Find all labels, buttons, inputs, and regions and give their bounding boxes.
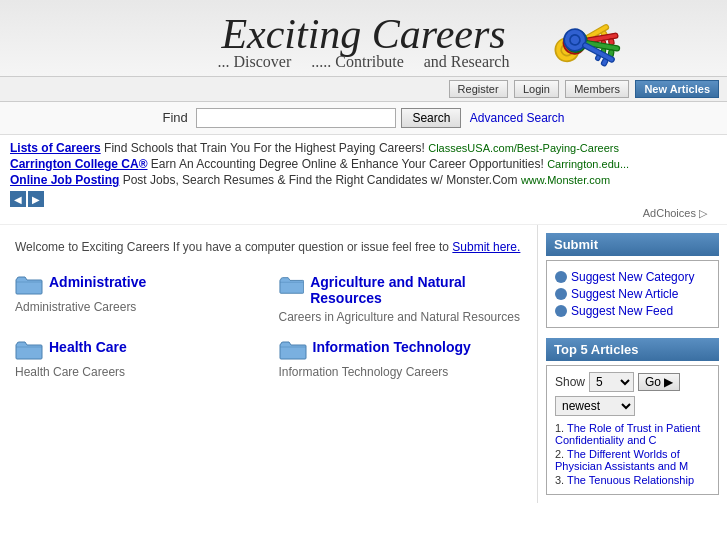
show-label: Show	[555, 375, 585, 389]
article-item-1: 1. The Role of Trust in Patient Confiden…	[555, 422, 710, 446]
show-select[interactable]: 5 10 15	[589, 372, 634, 392]
suggest-category-item: Suggest New Category	[555, 270, 710, 284]
article-link-1[interactable]: The Role of Trust in Patient Confidentia…	[555, 422, 700, 446]
category-desc-administrative: Administrative Careers	[15, 300, 259, 314]
suggest-feed-item: Suggest New Feed	[555, 304, 710, 318]
ad-section: Lists of Careers Find Schools that Train…	[0, 135, 727, 225]
find-label: Find	[162, 110, 187, 125]
submit-box-title: Submit	[546, 233, 719, 256]
register-button[interactable]: Register	[449, 80, 508, 98]
bullet-icon-2	[555, 288, 567, 300]
search-input[interactable]	[196, 108, 396, 128]
sort-select[interactable]: newest oldest popular	[555, 396, 635, 416]
category-desc-it: Information Technology Careers	[279, 365, 523, 379]
new-articles-button[interactable]: New Articles	[635, 80, 719, 98]
suggest-article-link[interactable]: Suggest New Article	[571, 287, 678, 301]
ad-text-1: Find Schools that Train You For the High…	[104, 141, 428, 155]
ad-row-3: Online Job Posting Post Jobs, Search Res…	[10, 173, 717, 187]
ad-link-2[interactable]: Carrington College CA®	[10, 157, 148, 171]
category-link-it[interactable]: Information Technology	[313, 339, 471, 355]
category-it: Information Technology Information Techn…	[279, 339, 523, 379]
search-button[interactable]: Search	[401, 108, 461, 128]
top5-content: Show 5 10 15 Go ▶ newest oldest popular …	[546, 365, 719, 495]
bullet-icon-3	[555, 305, 567, 317]
submit-links: Suggest New Category Suggest New Article…	[546, 260, 719, 328]
main-layout: Welcome to Exciting Careers If you have …	[0, 225, 727, 503]
category-agriculture: Agriculture and Natural Resources Career…	[279, 274, 523, 324]
category-link-administrative[interactable]: Administrative	[49, 274, 146, 290]
article-item-2: 2. The Different Worlds of Physician Ass…	[555, 448, 710, 472]
folder-icon-administrative	[15, 274, 43, 296]
category-icon-title-healthcare: Health Care	[15, 339, 259, 361]
bullet-icon-1	[555, 271, 567, 283]
svg-rect-18	[601, 58, 609, 66]
welcome-text: Welcome to Exciting Careers If you have …	[15, 235, 522, 259]
article-num-3: 3.	[555, 474, 567, 486]
ad-link-1[interactable]: Lists of Careers	[10, 141, 101, 155]
category-desc-agriculture: Careers in Agriculture and Natural Resou…	[279, 310, 523, 324]
articles-list: 1. The Role of Trust in Patient Confiden…	[555, 422, 710, 486]
go-button[interactable]: Go ▶	[638, 373, 680, 391]
main-content: Welcome to Exciting Careers If you have …	[0, 225, 537, 503]
ad-row-1: Lists of Careers Find Schools that Train…	[10, 141, 717, 155]
adchoices-label: AdChoices ▷	[10, 207, 717, 220]
ad-url-1: ClassesUSA.com/Best-Paying-Careers	[428, 142, 619, 154]
ad-link-3[interactable]: Online Job Posting	[10, 173, 119, 187]
next-arrow-button[interactable]: ▶	[28, 191, 44, 207]
article-link-2[interactable]: The Different Worlds of Physician Assist…	[555, 448, 688, 472]
ad-url-2: Carrington.edu...	[547, 158, 629, 170]
article-num-2: 2.	[555, 448, 567, 460]
site-title: Exciting Careers	[221, 10, 505, 58]
prev-arrow-button[interactable]: ◀	[10, 191, 26, 207]
top5-box-title: Top 5 Articles	[546, 338, 719, 361]
sort-row: newest oldest popular	[555, 396, 710, 416]
search-bar: Find Search Advanced Search	[0, 102, 727, 135]
ad-row-2: Carrington College CA® Earn An Accountin…	[10, 157, 717, 171]
folder-icon-healthcare	[15, 339, 43, 361]
folder-icon-it	[279, 339, 307, 361]
folder-icon-agriculture	[279, 274, 305, 296]
show-row: Show 5 10 15 Go ▶	[555, 372, 710, 392]
advanced-search-link[interactable]: Advanced Search	[470, 111, 565, 125]
category-icon-title-agriculture: Agriculture and Natural Resources	[279, 274, 523, 306]
svg-rect-19	[595, 55, 601, 61]
category-link-healthcare[interactable]: Health Care	[49, 339, 127, 355]
site-subtitle: ... Discover ..... Contribute and Resear…	[218, 53, 510, 71]
ad-text-2: Earn An Accounting Degree Online & Enhan…	[151, 157, 547, 171]
ad-url-3: www.Monster.com	[521, 174, 610, 186]
submit-here-link[interactable]: Submit here.	[452, 240, 520, 254]
nav-arrows: ◀ ▶	[10, 191, 44, 207]
category-link-agriculture[interactable]: Agriculture and Natural Resources	[310, 274, 522, 306]
article-link-3[interactable]: The Tenuous Relationship	[567, 474, 694, 486]
ad-text-3: Post Jobs, Search Resumes & Find the Rig…	[123, 173, 521, 187]
sidebar: Submit Suggest New Category Suggest New …	[537, 225, 727, 503]
category-administrative: Administrative Administrative Careers	[15, 274, 259, 324]
suggest-feed-link[interactable]: Suggest New Feed	[571, 304, 673, 318]
category-icon-title-administrative: Administrative	[15, 274, 259, 296]
category-healthcare: Health Care Health Care Careers	[15, 339, 259, 379]
article-item-3: 3. The Tenuous Relationship	[555, 474, 710, 486]
article-num-1: 1.	[555, 422, 567, 434]
category-icon-title-it: Information Technology	[279, 339, 523, 361]
suggest-category-link[interactable]: Suggest New Category	[571, 270, 694, 284]
category-desc-healthcare: Health Care Careers	[15, 365, 259, 379]
suggest-article-item: Suggest New Article	[555, 287, 710, 301]
category-grid: Administrative Administrative Careers Ag…	[15, 274, 522, 379]
keys-icon	[547, 10, 647, 90]
site-header: Exciting Careers ... Discover ..... Cont…	[0, 0, 727, 77]
